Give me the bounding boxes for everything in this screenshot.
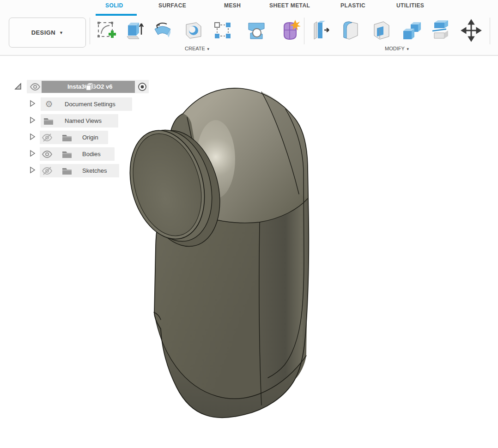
toolbar-separator	[304, 18, 304, 44]
chevron-down-icon: ▼	[59, 30, 63, 35]
tab-utilities[interactable]: UTILITIES	[396, 2, 424, 9]
combine-icon[interactable]	[401, 19, 422, 42]
model-insta360go2[interactable]	[0, 0, 498, 448]
tab-plastic[interactable]: PLASTIC	[340, 2, 365, 9]
folder-icon	[61, 165, 73, 176]
tree-node-label[interactable]: Origin	[82, 134, 98, 141]
collapsed-arrow-icon[interactable]	[29, 150, 38, 159]
hole-icon[interactable]	[182, 19, 204, 42]
modify-group-label: MODIFY	[385, 46, 405, 51]
tree-node-label[interactable]: Document Settings	[65, 101, 115, 108]
modify-group-dropdown[interactable]: MODIFY▼	[385, 46, 410, 51]
create-group-label: CREATE	[185, 46, 205, 51]
create-form-icon[interactable]	[279, 19, 301, 42]
folder-icon	[61, 149, 73, 160]
create-group-dropdown[interactable]: CREATE▼	[185, 46, 210, 51]
visibility-off-eye-icon[interactable]	[42, 165, 53, 176]
tab-solid[interactable]: SOLID	[105, 2, 123, 9]
split-body-icon[interactable]	[431, 19, 452, 42]
active-tab-underline	[96, 14, 137, 16]
visibility-eye-icon[interactable]	[30, 81, 41, 92]
chevron-down-icon: ▼	[406, 47, 410, 51]
fillet-icon[interactable]	[340, 19, 361, 42]
toolbar: DESIGN ▼ SOLIDSURFACEMESHSHEET METALPLAS…	[0, 0, 498, 56]
visibility-eye-icon[interactable]	[42, 149, 53, 160]
folder-icon	[43, 115, 54, 127]
collapsed-arrow-icon[interactable]	[29, 116, 38, 126]
collapsed-arrow-icon[interactable]	[29, 100, 38, 109]
collapsed-arrow-icon[interactable]	[29, 166, 38, 176]
press-pull-icon[interactable]	[310, 19, 332, 42]
activate-component-radio-icon[interactable]	[137, 81, 148, 92]
toolbar-separator	[90, 18, 90, 44]
chevron-down-icon: ▼	[206, 47, 210, 51]
tab-surface[interactable]: SURFACE	[158, 2, 186, 9]
tree-node-label[interactable]: Bodies	[82, 151, 101, 157]
collapsed-arrow-icon[interactable]	[29, 133, 38, 142]
active-component-label[interactable]: Insta360GO2 v6	[42, 81, 135, 93]
visibility-off-eye-icon[interactable]	[42, 132, 53, 143]
shell-icon[interactable]	[370, 19, 392, 42]
revolve-icon[interactable]	[152, 19, 173, 42]
loft-icon[interactable]	[246, 19, 267, 42]
move-copy-icon[interactable]	[461, 19, 482, 42]
tree-node-label[interactable]: Sketches	[82, 167, 107, 174]
gear-icon: ⚙	[43, 99, 55, 110]
tree-node-label[interactable]: Named Views	[65, 117, 102, 124]
design-workspace-button[interactable]: DESIGN ▼	[9, 18, 86, 48]
expanded-arrow-icon[interactable]	[14, 82, 23, 91]
pattern-icon[interactable]	[212, 19, 233, 42]
toolbar-separator	[490, 18, 490, 44]
component-cube-icon	[84, 81, 95, 92]
tab-sheet-metal[interactable]: SHEET METAL	[269, 2, 310, 9]
create-sketch-icon[interactable]	[96, 19, 117, 42]
extrude-icon[interactable]	[123, 19, 145, 42]
design-workspace-label: DESIGN	[31, 29, 55, 36]
folder-icon	[61, 132, 73, 143]
tab-mesh[interactable]: MESH	[224, 2, 241, 9]
